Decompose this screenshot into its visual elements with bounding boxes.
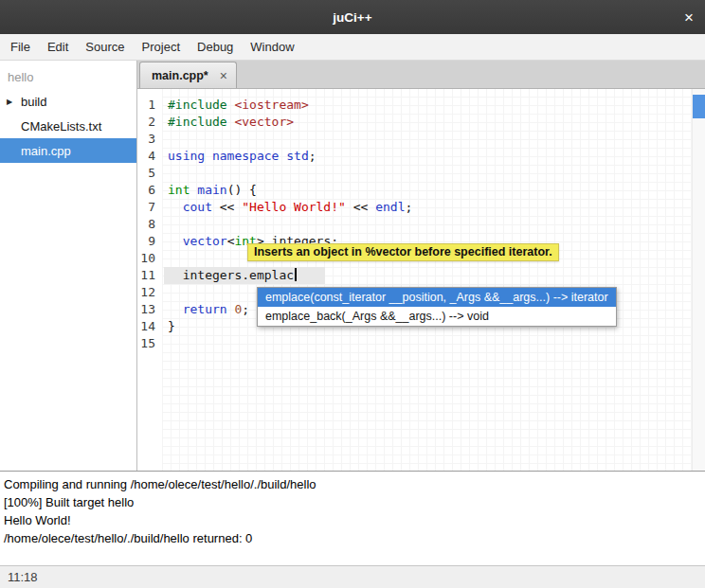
menubar: FileEditSourceProjectDebugWindow bbox=[0, 34, 705, 61]
line-number: 12 bbox=[137, 284, 162, 301]
code-token: "Hello World!" bbox=[242, 200, 346, 214]
code-token: << bbox=[212, 200, 242, 214]
close-icon[interactable]: × bbox=[684, 9, 694, 26]
code-line: cout << "Hello World!" << endl; bbox=[162, 199, 692, 216]
editor: 123456789101112131415 #include <iostream… bbox=[137, 89, 705, 471]
line-number: 9 bbox=[137, 233, 162, 250]
sidebar-item-main-cpp[interactable]: main.cpp bbox=[0, 138, 136, 163]
code-token: main bbox=[197, 183, 226, 197]
line-number: 4 bbox=[137, 148, 162, 165]
code-token: << bbox=[346, 200, 375, 214]
terminal-line: Compiling and running /home/olece/test/h… bbox=[4, 475, 701, 493]
line-number: 1 bbox=[137, 97, 162, 114]
tab-close-icon[interactable]: × bbox=[220, 69, 227, 82]
code-line bbox=[162, 131, 692, 148]
tree-item-label: main.cpp bbox=[21, 144, 71, 158]
window-title: juCi++ bbox=[333, 10, 371, 25]
code-token bbox=[168, 302, 183, 316]
code-token: int bbox=[168, 183, 190, 197]
code-line bbox=[162, 165, 692, 182]
line-number: 15 bbox=[137, 335, 162, 352]
line-number: 7 bbox=[137, 199, 162, 216]
code-line: integers.emplac bbox=[162, 267, 692, 284]
editor-scrollbar[interactable] bbox=[692, 89, 705, 471]
line-number: 14 bbox=[137, 318, 162, 335]
line-number: 5 bbox=[137, 165, 162, 182]
completion-popup: emplace(const_iterator __position, _Args… bbox=[257, 287, 617, 327]
menu-item-window[interactable]: Window bbox=[242, 35, 302, 59]
menu-item-file[interactable]: File bbox=[2, 35, 39, 59]
terminal-line: /home/olece/test/hello/./build/hello ret… bbox=[4, 529, 701, 547]
code-token: () { bbox=[227, 183, 257, 197]
code-editor[interactable]: #include <iostream>#include <vector>usin… bbox=[162, 89, 692, 471]
line-number: 6 bbox=[137, 182, 162, 199]
code-token: ; bbox=[242, 302, 249, 316]
line-number: 10 bbox=[137, 250, 162, 267]
file-browser-sidebar: hello ▶buildCMakeLists.txtmain.cpp bbox=[0, 61, 137, 471]
output-panel[interactable]: Compiling and running /home/olece/test/h… bbox=[0, 471, 705, 565]
code-token: namespace bbox=[212, 149, 279, 163]
code-token: vector bbox=[183, 234, 227, 248]
file-tree: ▶buildCMakeLists.txtmain.cpp bbox=[0, 89, 136, 163]
text-cursor bbox=[295, 268, 297, 281]
code-line: using namespace std; bbox=[162, 148, 692, 165]
code-token bbox=[168, 200, 183, 214]
titlebar[interactable]: juCi++ × bbox=[0, 0, 705, 34]
sidebar-item-build[interactable]: ▶build bbox=[0, 89, 136, 114]
tab-label: main.cpp* bbox=[152, 69, 208, 82]
line-number: 3 bbox=[137, 131, 162, 148]
code-line bbox=[162, 335, 692, 352]
menu-item-edit[interactable]: Edit bbox=[39, 35, 77, 59]
code-token: ; bbox=[309, 149, 316, 163]
statusbar: 11:18 bbox=[0, 565, 705, 588]
code-line: #include <iostream> bbox=[162, 97, 692, 114]
code-token: cout bbox=[183, 200, 212, 214]
completion-item[interactable]: emplace_back(_Args &&__args...) --> void bbox=[258, 307, 616, 326]
code-token: <vector> bbox=[234, 115, 294, 129]
code-token: std bbox=[286, 149, 308, 163]
menu-item-project[interactable]: Project bbox=[134, 35, 189, 59]
tabbar: main.cpp* × bbox=[137, 61, 705, 89]
tab-main-cpp[interactable]: main.cpp* × bbox=[139, 62, 237, 88]
code-token: #include bbox=[168, 98, 227, 112]
terminal-line: [100%] Built target hello bbox=[4, 493, 701, 511]
main-area: hello ▶buildCMakeLists.txtmain.cpp main.… bbox=[0, 61, 705, 471]
code-token: endl bbox=[375, 200, 405, 214]
code-token: #include bbox=[168, 115, 227, 129]
code-token: return bbox=[183, 302, 227, 316]
app-window: juCi++ × FileEditSourceProjectDebugWindo… bbox=[0, 0, 705, 588]
editor-column: main.cpp* × 123456789101112131415 #inclu… bbox=[137, 61, 705, 471]
terminal-line: Hello World! bbox=[4, 511, 701, 529]
line-number-gutter: 123456789101112131415 bbox=[137, 89, 162, 471]
chevron-right-icon[interactable]: ▶ bbox=[7, 98, 12, 106]
doc-tooltip: Inserts an object in %vector before spec… bbox=[247, 243, 559, 261]
line-number: 11 bbox=[137, 267, 162, 284]
sidebar-item-cmakelists-txt[interactable]: CMakeLists.txt bbox=[0, 114, 136, 138]
cursor-position: 11:18 bbox=[8, 570, 38, 584]
code-line: int main() { bbox=[162, 182, 692, 199]
tree-item-label: CMakeLists.txt bbox=[21, 119, 101, 134]
code-token: integers.emplac bbox=[168, 268, 294, 282]
code-token bbox=[168, 234, 183, 248]
code-line bbox=[162, 216, 692, 233]
code-line: #include <vector> bbox=[162, 114, 692, 131]
line-number: 13 bbox=[137, 301, 162, 318]
code-token: ; bbox=[405, 200, 412, 214]
code-token: <iostream> bbox=[234, 98, 308, 112]
scrollbar-thumb[interactable] bbox=[693, 95, 705, 118]
completion-item[interactable]: emplace(const_iterator __position, _Args… bbox=[258, 288, 616, 307]
line-number: 2 bbox=[137, 114, 162, 131]
code-token: using bbox=[168, 149, 205, 163]
menu-item-source[interactable]: Source bbox=[77, 35, 133, 59]
tree-item-label: build bbox=[21, 95, 46, 109]
project-name-label: hello bbox=[0, 64, 136, 89]
menu-item-debug[interactable]: Debug bbox=[189, 35, 242, 59]
code-token bbox=[205, 149, 212, 163]
line-number: 8 bbox=[137, 216, 162, 233]
code-token: } bbox=[168, 319, 175, 333]
